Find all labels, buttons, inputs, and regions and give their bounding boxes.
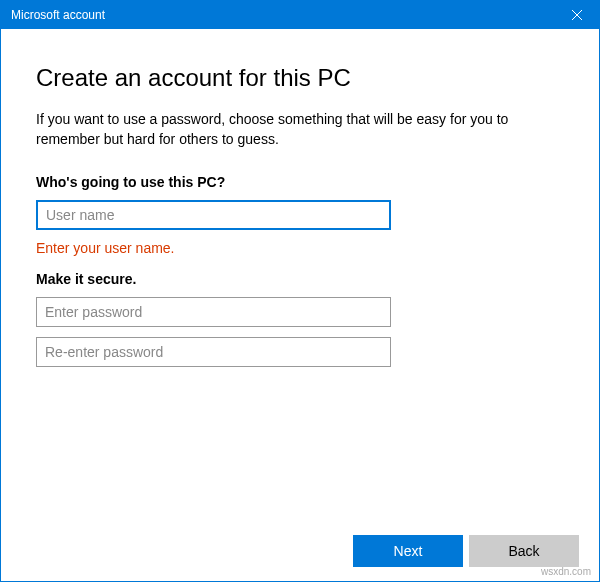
next-button[interactable]: Next <box>353 535 463 567</box>
titlebar: Microsoft account <box>1 1 599 29</box>
content-area: Create an account for this PC If you wan… <box>1 29 599 521</box>
window-title: Microsoft account <box>11 8 105 22</box>
password-input[interactable] <box>36 297 391 327</box>
footer: Next Back <box>1 521 599 581</box>
page-title: Create an account for this PC <box>36 64 564 92</box>
username-input[interactable] <box>36 200 391 230</box>
watermark: wsxdn.com <box>541 566 591 577</box>
account-dialog: Microsoft account Create an account for … <box>0 0 600 582</box>
password-section-label: Make it secure. <box>36 271 564 287</box>
reenter-password-field-wrap <box>36 337 391 367</box>
back-button[interactable]: Back <box>469 535 579 567</box>
username-field-wrap <box>36 200 391 230</box>
page-description: If you want to use a password, choose so… <box>36 110 564 149</box>
password-field-wrap <box>36 297 391 327</box>
username-error: Enter your user name. <box>36 240 564 256</box>
username-section-label: Who's going to use this PC? <box>36 174 564 190</box>
close-button[interactable] <box>554 1 599 29</box>
reenter-password-input[interactable] <box>36 337 391 367</box>
close-icon <box>572 7 582 23</box>
